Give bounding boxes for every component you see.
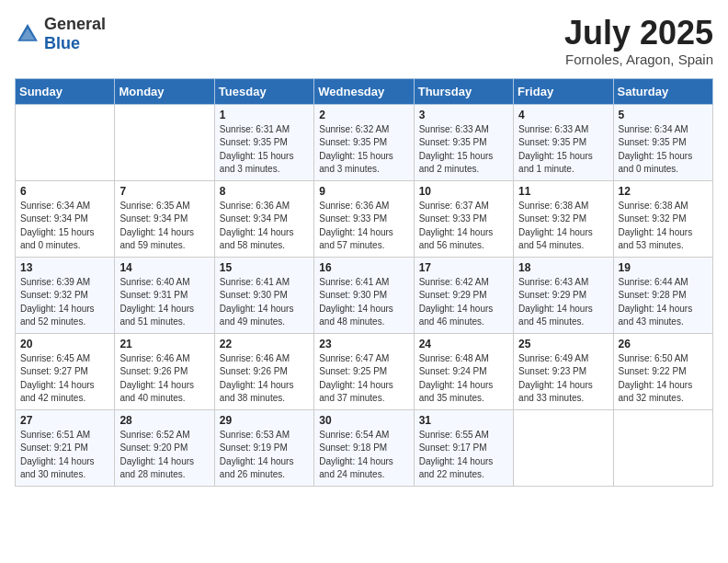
calendar-cell: 9Sunrise: 6:36 AMSunset: 9:33 PMDaylight… bbox=[314, 180, 414, 257]
logo: General Blue bbox=[15, 15, 106, 53]
day-info: Sunrise: 6:35 AMSunset: 9:34 PMDaylight:… bbox=[119, 200, 209, 253]
calendar-cell bbox=[613, 409, 712, 486]
calendar-cell bbox=[115, 104, 214, 180]
day-info: Sunrise: 6:36 AMSunset: 9:33 PMDaylight:… bbox=[319, 200, 408, 253]
weekday-header-wednesday: Wednesday bbox=[314, 78, 414, 104]
day-info: Sunrise: 6:42 AMSunset: 9:29 PMDaylight:… bbox=[419, 276, 508, 329]
day-number: 2 bbox=[319, 109, 408, 121]
calendar-cell: 17Sunrise: 6:42 AMSunset: 9:29 PMDayligh… bbox=[414, 257, 513, 333]
day-number: 31 bbox=[419, 414, 508, 427]
day-number: 5 bbox=[619, 109, 708, 121]
calendar-cell: 24Sunrise: 6:48 AMSunset: 9:24 PMDayligh… bbox=[414, 333, 513, 409]
logo-text-general: General bbox=[44, 15, 106, 33]
day-number: 3 bbox=[419, 109, 508, 121]
weekday-header-row: SundayMondayTuesdayWednesdayThursdayFrid… bbox=[16, 78, 713, 104]
day-info: Sunrise: 6:31 AMSunset: 9:35 PMDaylight:… bbox=[220, 123, 309, 177]
day-info: Sunrise: 6:34 AMSunset: 9:34 PMDaylight:… bbox=[20, 200, 109, 253]
calendar-cell: 8Sunrise: 6:36 AMSunset: 9:34 PMDaylight… bbox=[214, 180, 313, 257]
day-number: 9 bbox=[319, 185, 408, 198]
calendar-cell: 23Sunrise: 6:47 AMSunset: 9:25 PMDayligh… bbox=[314, 333, 414, 409]
day-number: 19 bbox=[619, 261, 708, 274]
calendar-table: SundayMondayTuesdayWednesdayThursdayFrid… bbox=[15, 78, 713, 487]
day-info: Sunrise: 6:32 AMSunset: 9:35 PMDaylight:… bbox=[319, 123, 408, 177]
day-info: Sunrise: 6:44 AMSunset: 9:28 PMDaylight:… bbox=[619, 276, 708, 329]
day-number: 28 bbox=[119, 414, 209, 427]
day-number: 11 bbox=[518, 185, 608, 198]
day-info: Sunrise: 6:51 AMSunset: 9:21 PMDaylight:… bbox=[20, 429, 109, 482]
day-info: Sunrise: 6:53 AMSunset: 9:19 PMDaylight:… bbox=[220, 429, 309, 482]
calendar-cell: 2Sunrise: 6:32 AMSunset: 9:35 PMDaylight… bbox=[314, 104, 414, 180]
week-row-5: 27Sunrise: 6:51 AMSunset: 9:21 PMDayligh… bbox=[16, 409, 713, 486]
day-info: Sunrise: 6:48 AMSunset: 9:24 PMDaylight:… bbox=[419, 352, 508, 406]
weekday-header-thursday: Thursday bbox=[414, 78, 513, 104]
calendar-cell: 19Sunrise: 6:44 AMSunset: 9:28 PMDayligh… bbox=[613, 257, 712, 333]
page-header: General Blue July 2025 Fornoles, Aragon,… bbox=[15, 15, 713, 67]
location: Fornoles, Aragon, Spain bbox=[564, 52, 713, 67]
day-info: Sunrise: 6:33 AMSunset: 9:35 PMDaylight:… bbox=[419, 123, 508, 177]
day-info: Sunrise: 6:43 AMSunset: 9:29 PMDaylight:… bbox=[518, 276, 608, 329]
week-row-2: 6Sunrise: 6:34 AMSunset: 9:34 PMDaylight… bbox=[16, 180, 713, 257]
calendar-cell: 13Sunrise: 6:39 AMSunset: 9:32 PMDayligh… bbox=[16, 257, 115, 333]
weekday-header-saturday: Saturday bbox=[613, 78, 712, 104]
day-info: Sunrise: 6:41 AMSunset: 9:30 PMDaylight:… bbox=[220, 276, 309, 329]
day-info: Sunrise: 6:40 AMSunset: 9:31 PMDaylight:… bbox=[119, 276, 209, 329]
day-number: 20 bbox=[20, 338, 109, 350]
month-year: July 2025 bbox=[564, 15, 713, 52]
calendar-cell: 6Sunrise: 6:34 AMSunset: 9:34 PMDaylight… bbox=[16, 180, 115, 257]
day-info: Sunrise: 6:54 AMSunset: 9:18 PMDaylight:… bbox=[319, 429, 408, 482]
calendar-cell: 15Sunrise: 6:41 AMSunset: 9:30 PMDayligh… bbox=[214, 257, 313, 333]
day-number: 24 bbox=[419, 338, 508, 350]
day-number: 17 bbox=[419, 261, 508, 274]
calendar-cell bbox=[16, 104, 115, 180]
calendar-cell: 18Sunrise: 6:43 AMSunset: 9:29 PMDayligh… bbox=[514, 257, 613, 333]
calendar-cell: 3Sunrise: 6:33 AMSunset: 9:35 PMDaylight… bbox=[414, 104, 513, 180]
calendar-cell: 20Sunrise: 6:45 AMSunset: 9:27 PMDayligh… bbox=[16, 333, 115, 409]
calendar-cell: 16Sunrise: 6:41 AMSunset: 9:30 PMDayligh… bbox=[314, 257, 414, 333]
day-number: 16 bbox=[319, 261, 408, 274]
day-info: Sunrise: 6:49 AMSunset: 9:23 PMDaylight:… bbox=[518, 352, 608, 406]
day-number: 27 bbox=[20, 414, 109, 427]
day-info: Sunrise: 6:38 AMSunset: 9:32 PMDaylight:… bbox=[619, 200, 708, 253]
calendar-cell: 7Sunrise: 6:35 AMSunset: 9:34 PMDaylight… bbox=[115, 180, 214, 257]
day-number: 25 bbox=[518, 338, 608, 350]
day-info: Sunrise: 6:47 AMSunset: 9:25 PMDaylight:… bbox=[319, 352, 408, 406]
weekday-header-tuesday: Tuesday bbox=[214, 78, 313, 104]
calendar-cell: 29Sunrise: 6:53 AMSunset: 9:19 PMDayligh… bbox=[214, 409, 313, 486]
day-number: 13 bbox=[20, 261, 109, 274]
day-number: 29 bbox=[220, 414, 309, 427]
calendar-cell: 21Sunrise: 6:46 AMSunset: 9:26 PMDayligh… bbox=[115, 333, 214, 409]
day-number: 12 bbox=[619, 185, 708, 198]
calendar-cell: 4Sunrise: 6:33 AMSunset: 9:35 PMDaylight… bbox=[514, 104, 613, 180]
day-info: Sunrise: 6:52 AMSunset: 9:20 PMDaylight:… bbox=[119, 429, 209, 482]
weekday-header-sunday: Sunday bbox=[16, 78, 115, 104]
calendar-cell: 1Sunrise: 6:31 AMSunset: 9:35 PMDaylight… bbox=[214, 104, 313, 180]
week-row-4: 20Sunrise: 6:45 AMSunset: 9:27 PMDayligh… bbox=[16, 333, 713, 409]
day-number: 30 bbox=[319, 414, 408, 427]
weekday-header-monday: Monday bbox=[115, 78, 214, 104]
calendar-cell: 22Sunrise: 6:46 AMSunset: 9:26 PMDayligh… bbox=[214, 333, 313, 409]
logo-icon bbox=[15, 21, 40, 47]
calendar-cell: 11Sunrise: 6:38 AMSunset: 9:32 PMDayligh… bbox=[514, 180, 613, 257]
day-info: Sunrise: 6:55 AMSunset: 9:17 PMDaylight:… bbox=[419, 429, 508, 482]
calendar-cell: 27Sunrise: 6:51 AMSunset: 9:21 PMDayligh… bbox=[16, 409, 115, 486]
day-number: 14 bbox=[119, 261, 209, 274]
day-info: Sunrise: 6:33 AMSunset: 9:35 PMDaylight:… bbox=[518, 123, 608, 177]
calendar-cell bbox=[514, 409, 613, 486]
day-info: Sunrise: 6:39 AMSunset: 9:32 PMDaylight:… bbox=[20, 276, 109, 329]
day-number: 7 bbox=[119, 185, 209, 198]
day-number: 8 bbox=[220, 185, 309, 198]
day-info: Sunrise: 6:50 AMSunset: 9:22 PMDaylight:… bbox=[619, 352, 708, 406]
day-number: 26 bbox=[619, 338, 708, 350]
logo-text-blue: Blue bbox=[44, 34, 80, 52]
day-number: 21 bbox=[119, 338, 209, 350]
calendar-cell: 28Sunrise: 6:52 AMSunset: 9:20 PMDayligh… bbox=[115, 409, 214, 486]
day-number: 6 bbox=[20, 185, 109, 198]
day-info: Sunrise: 6:38 AMSunset: 9:32 PMDaylight:… bbox=[518, 200, 608, 253]
day-number: 10 bbox=[419, 185, 508, 198]
calendar-cell: 30Sunrise: 6:54 AMSunset: 9:18 PMDayligh… bbox=[314, 409, 414, 486]
week-row-1: 1Sunrise: 6:31 AMSunset: 9:35 PMDaylight… bbox=[16, 104, 713, 180]
day-number: 23 bbox=[319, 338, 408, 350]
day-number: 4 bbox=[518, 109, 608, 121]
day-info: Sunrise: 6:34 AMSunset: 9:35 PMDaylight:… bbox=[619, 123, 708, 177]
day-number: 22 bbox=[220, 338, 309, 350]
